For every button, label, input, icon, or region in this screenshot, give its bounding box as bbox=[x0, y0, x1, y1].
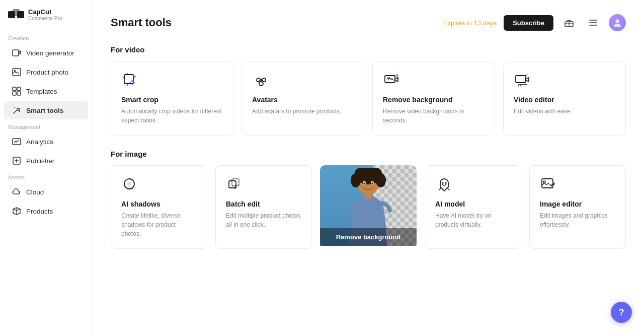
card-smart-crop[interactable]: Smart crop Automatically crop videos for… bbox=[111, 61, 233, 136]
page-title: Smart tools bbox=[111, 16, 172, 29]
card-title: AI model bbox=[435, 200, 511, 208]
sidebar-item-video-generator[interactable]: Video generator bbox=[4, 44, 88, 62]
main-content: Smart tools Expires in 13 days Subscribe bbox=[93, 0, 644, 335]
svg-point-21 bbox=[126, 186, 136, 190]
svg-point-16 bbox=[259, 82, 263, 86]
main-header: Smart tools Expires in 13 days Subscribe bbox=[111, 14, 626, 31]
ai-shadows-icon bbox=[121, 176, 139, 194]
svg-rect-17 bbox=[385, 76, 395, 83]
card-ai-shadows[interactable]: AI shadows Create lifelike, diverse shad… bbox=[111, 165, 207, 249]
svg-point-18 bbox=[387, 78, 389, 79]
sidebar-item-smart-tools[interactable]: Smart tools bbox=[4, 101, 88, 119]
card-remove-background-image[interactable]: Remove background bbox=[320, 165, 417, 249]
svg-rect-10 bbox=[13, 139, 21, 145]
svg-rect-7 bbox=[17, 87, 21, 91]
avatars-icon bbox=[252, 72, 270, 90]
smart-crop-icon bbox=[121, 72, 139, 90]
svg-point-38 bbox=[445, 182, 447, 184]
card-desc: Edit multiple product photos all in one … bbox=[226, 211, 301, 229]
sidebar: CapCut Commerce Pro Creation Video gener… bbox=[0, 0, 93, 335]
sidebar-item-templates[interactable]: Templates bbox=[4, 82, 88, 100]
card-image-editor[interactable]: Image editor Edit images and graphics ef… bbox=[529, 165, 626, 249]
video-icon bbox=[12, 48, 21, 57]
card-desc: Remove video backgrounds in seconds. bbox=[383, 107, 485, 125]
header-right: Expires in 13 days Subscribe bbox=[443, 14, 626, 31]
svg-point-34 bbox=[363, 182, 365, 184]
card-remove-background-video[interactable]: Remove background Remove video backgroun… bbox=[372, 61, 495, 136]
for-video-cards: Smart crop Automatically crop videos for… bbox=[111, 61, 626, 136]
card-title: Video editor bbox=[514, 96, 615, 104]
card-avatars[interactable]: Avatars Add avatars to promote products. bbox=[242, 61, 364, 136]
section-label-management: Management bbox=[0, 120, 92, 132]
wand-icon bbox=[12, 106, 21, 115]
sidebar-item-cloud[interactable]: Cloud bbox=[4, 183, 88, 201]
svg-rect-3 bbox=[13, 50, 19, 56]
card-desc: Add avatars to promote products. bbox=[252, 107, 354, 116]
cloud-icon bbox=[12, 187, 21, 196]
ai-model-icon bbox=[435, 176, 453, 194]
sidebar-item-label: Analytics bbox=[26, 138, 53, 146]
list-icon bbox=[588, 18, 598, 28]
section-title-for-image: For image bbox=[111, 150, 626, 158]
video-editor-icon bbox=[514, 72, 532, 90]
logo: CapCut Commerce Pro bbox=[0, 8, 92, 31]
card-title: Batch edit bbox=[226, 200, 301, 208]
sidebar-item-label: Cloud bbox=[26, 188, 44, 196]
sidebar-item-label: Publisher bbox=[26, 157, 54, 165]
remove-bg-video-icon bbox=[383, 72, 401, 90]
remove-bg-label: Remove background bbox=[320, 228, 417, 246]
sidebar-item-label: Product photo bbox=[26, 69, 68, 76]
gift-button[interactable] bbox=[560, 14, 578, 31]
card-desc: Edit images and graphics effortlessly. bbox=[540, 211, 615, 229]
capcut-logo-icon bbox=[8, 9, 24, 20]
svg-point-13 bbox=[616, 20, 619, 23]
publish-icon bbox=[12, 156, 21, 165]
section-title-for-video: For video bbox=[111, 45, 626, 54]
logo-sub: Commerce Pro bbox=[28, 16, 62, 21]
sidebar-item-product-photo[interactable]: Product photo bbox=[4, 63, 88, 81]
card-title: Remove background bbox=[383, 96, 485, 104]
expires-text: Expires in 13 days bbox=[443, 19, 497, 27]
sidebar-item-label: Smart tools bbox=[26, 107, 63, 114]
analytics-icon bbox=[12, 137, 21, 146]
svg-rect-6 bbox=[13, 87, 16, 91]
card-batch-edit[interactable]: Batch edit Edit multiple product photos … bbox=[215, 165, 312, 249]
subscribe-button[interactable]: Subscribe bbox=[504, 15, 553, 31]
image-icon bbox=[12, 68, 21, 77]
svg-rect-24 bbox=[232, 179, 239, 186]
card-title: Smart crop bbox=[121, 96, 223, 104]
gift-icon bbox=[564, 18, 574, 28]
card-desc: Edit videos with ease. bbox=[514, 107, 615, 116]
card-desc: Automatically crop videos for different … bbox=[121, 107, 223, 125]
svg-rect-36 bbox=[365, 193, 372, 199]
help-button[interactable]: ? bbox=[611, 302, 632, 323]
svg-rect-2 bbox=[17, 11, 24, 18]
templates-icon bbox=[12, 87, 21, 96]
image-editor-icon bbox=[540, 176, 558, 194]
card-video-editor[interactable]: Video editor Edit videos with ease. bbox=[503, 61, 626, 136]
svg-point-37 bbox=[442, 182, 444, 184]
section-label-creation: Creation bbox=[0, 31, 92, 43]
card-ai-model[interactable]: AI model Have AI model try on products v… bbox=[425, 165, 521, 249]
sidebar-item-label: Templates bbox=[26, 88, 57, 95]
card-title: AI shadows bbox=[121, 200, 197, 208]
avatar[interactable] bbox=[609, 14, 626, 31]
sidebar-item-publisher[interactable]: Publisher bbox=[4, 152, 88, 170]
section-label-assets: Assets bbox=[0, 170, 92, 182]
logo-brand: CapCut bbox=[28, 8, 62, 16]
sidebar-item-analytics[interactable]: Analytics bbox=[4, 132, 88, 151]
products-icon bbox=[12, 207, 21, 216]
svg-rect-14 bbox=[124, 75, 133, 84]
svg-point-22 bbox=[127, 182, 131, 186]
sidebar-item-products[interactable]: Products bbox=[4, 202, 88, 220]
svg-rect-19 bbox=[516, 76, 526, 83]
sidebar-item-label: Video generator bbox=[26, 49, 74, 57]
card-desc: Have AI model try on products virtually. bbox=[435, 211, 511, 229]
svg-rect-9 bbox=[17, 92, 21, 95]
user-icon bbox=[612, 18, 622, 28]
for-image-cards: AI shadows Create lifelike, diverse shad… bbox=[111, 165, 626, 249]
svg-point-5 bbox=[14, 70, 16, 72]
svg-rect-8 bbox=[13, 92, 16, 95]
sidebar-item-label: Products bbox=[26, 208, 53, 215]
menu-button[interactable] bbox=[585, 14, 602, 31]
